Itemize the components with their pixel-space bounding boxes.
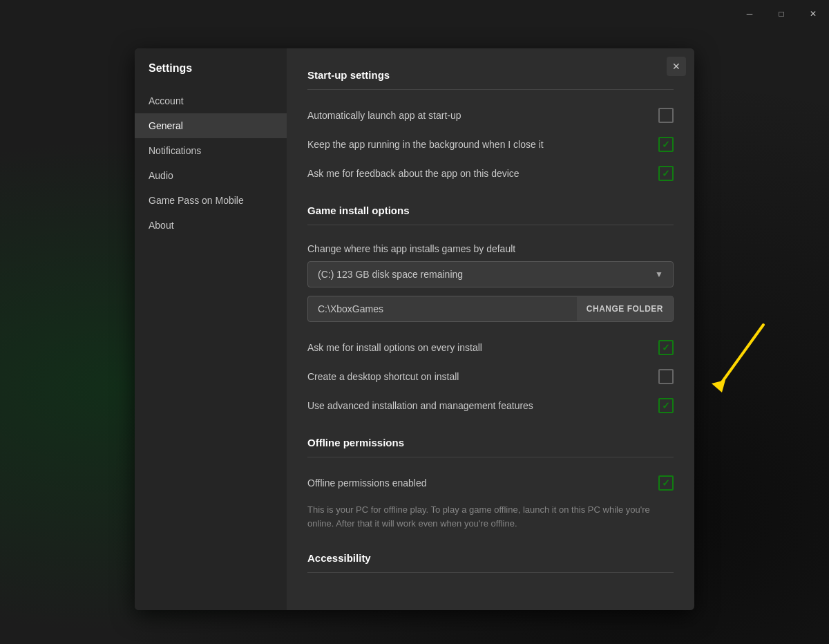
advanced-features-label: Use advanced installation and management… xyxy=(307,400,658,411)
sidebar-title: Settings xyxy=(135,62,287,88)
change-folder-button[interactable]: CHANGE FOLDER xyxy=(577,297,673,321)
setting-row-advanced-features: Use advanced installation and management… xyxy=(307,391,674,420)
desktop-shortcut-label: Create a desktop shortcut on install xyxy=(307,371,658,382)
setting-row-keep-running: Keep the app running in the background w… xyxy=(307,130,674,159)
title-bar: ─ □ ✕ xyxy=(0,0,829,28)
offline-enabled-checkbox[interactable] xyxy=(658,475,674,491)
install-section-title: Game install options xyxy=(307,205,674,216)
install-section: Game install options Change where this a… xyxy=(307,205,674,420)
install-options-checkbox[interactable] xyxy=(658,340,674,355)
offline-description: This is your PC for offline play. To pla… xyxy=(307,498,674,536)
dialog-close-button[interactable]: ✕ xyxy=(667,57,686,76)
change-location-row: Change where this app installs games by … xyxy=(307,236,674,261)
startup-section: Start-up settings Automatically launch a… xyxy=(307,69,674,188)
desktop-shortcut-checkbox[interactable] xyxy=(658,369,674,384)
install-options-label: Ask me for install options on every inst… xyxy=(307,342,658,353)
sidebar-item-general[interactable]: General xyxy=(135,113,287,138)
settings-sidebar: Settings Account General Notifications A… xyxy=(135,48,287,610)
setting-row-install-options: Ask me for install options on every inst… xyxy=(307,333,674,362)
setting-row-auto-launch: Automatically launch app at start-up xyxy=(307,101,674,130)
folder-path-display: C:\XboxGames xyxy=(308,296,577,321)
setting-row-feedback: Ask me for feedback about the app on thi… xyxy=(307,159,674,188)
accessibility-section-title: Accessibility xyxy=(307,552,674,564)
maximize-button[interactable]: □ xyxy=(765,0,797,28)
minimize-button[interactable]: ─ xyxy=(734,0,765,28)
sidebar-item-game-pass-mobile[interactable]: Game Pass on Mobile xyxy=(135,188,287,213)
install-divider xyxy=(307,225,674,225)
advanced-features-checkbox[interactable] xyxy=(658,398,674,413)
setting-row-offline-enabled: Offline permissions enabled xyxy=(307,468,674,498)
accessibility-section: Accessibility xyxy=(307,552,674,573)
sidebar-item-notifications[interactable]: Notifications xyxy=(135,138,287,163)
accessibility-divider xyxy=(307,572,674,573)
offline-enabled-label: Offline permissions enabled xyxy=(307,477,658,489)
dropdown-arrow-icon: ▼ xyxy=(655,269,663,279)
settings-content: ✕ Start-up settings Automatically launch… xyxy=(287,48,694,610)
sidebar-item-audio[interactable]: Audio xyxy=(135,163,287,188)
feedback-checkbox[interactable] xyxy=(658,166,674,181)
startup-section-title: Start-up settings xyxy=(307,69,674,81)
offline-divider xyxy=(307,457,674,457)
offline-section-title: Offline permissions xyxy=(307,437,674,448)
disk-dropdown[interactable]: (C:) 123 GB disk space remaining ▼ xyxy=(307,261,674,287)
change-location-label: Change where this app installs games by … xyxy=(307,243,674,254)
startup-divider xyxy=(307,89,674,90)
sidebar-item-account[interactable]: Account xyxy=(135,88,287,113)
keep-running-label: Keep the app running in the background w… xyxy=(307,139,658,150)
folder-row: C:\XboxGames CHANGE FOLDER xyxy=(307,296,674,322)
feedback-label: Ask me for feedback about the app on thi… xyxy=(307,168,658,179)
disk-dropdown-value: (C:) 123 GB disk space remaining xyxy=(318,269,463,280)
auto-launch-checkbox[interactable] xyxy=(658,108,674,123)
offline-section: Offline permissions Offline permissions … xyxy=(307,437,674,536)
setting-row-desktop-shortcut: Create a desktop shortcut on install xyxy=(307,362,674,391)
settings-dialog: Settings Account General Notifications A… xyxy=(135,48,694,610)
sidebar-item-about[interactable]: About xyxy=(135,213,287,238)
auto-launch-label: Automatically launch app at start-up xyxy=(307,110,658,121)
keep-running-checkbox[interactable] xyxy=(658,137,674,152)
window-close-button[interactable]: ✕ xyxy=(797,0,829,28)
